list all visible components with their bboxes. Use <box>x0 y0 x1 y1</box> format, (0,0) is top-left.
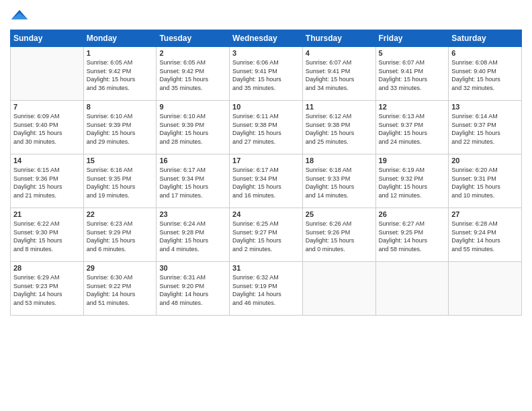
calendar-day-cell: 7Sunrise: 6:09 AM Sunset: 9:40 PM Daylig… <box>11 101 84 154</box>
day-number: 22 <box>87 210 154 218</box>
day-number: 16 <box>159 156 226 165</box>
calendar-header-cell: Sunday <box>11 30 84 47</box>
day-number: 3 <box>232 49 300 57</box>
day-number: 20 <box>451 156 519 165</box>
calendar-header-cell: Thursday <box>302 30 375 47</box>
calendar-day-cell: 10Sunrise: 6:11 AM Sunset: 9:38 PM Dayli… <box>230 101 303 154</box>
day-info: Sunrise: 6:10 AM Sunset: 9:39 PM Dayligh… <box>87 112 154 146</box>
day-info: Sunrise: 6:05 AM Sunset: 9:42 PM Dayligh… <box>159 58 226 92</box>
day-info: Sunrise: 6:28 AM Sunset: 9:24 PM Dayligh… <box>451 220 519 253</box>
calendar-day-cell <box>302 262 375 316</box>
calendar-day-cell <box>375 262 449 316</box>
day-info: Sunrise: 6:17 AM Sunset: 9:34 PM Dayligh… <box>159 166 226 199</box>
calendar-day-cell: 3Sunrise: 6:06 AM Sunset: 9:41 PM Daylig… <box>230 47 303 101</box>
calendar-day-cell: 17Sunrise: 6:17 AM Sunset: 9:34 PM Dayli… <box>230 154 303 208</box>
day-info: Sunrise: 6:23 AM Sunset: 9:29 PM Dayligh… <box>87 220 154 253</box>
day-number: 26 <box>379 210 446 218</box>
day-info: Sunrise: 6:25 AM Sunset: 9:27 PM Dayligh… <box>232 220 300 253</box>
day-number: 12 <box>379 103 446 111</box>
day-number: 27 <box>451 210 519 218</box>
day-number: 5 <box>379 49 446 57</box>
day-info: Sunrise: 6:26 AM Sunset: 9:26 PM Dayligh… <box>306 220 373 253</box>
calendar-header-cell: Tuesday <box>157 30 230 47</box>
day-number: 23 <box>159 210 226 218</box>
calendar-day-cell: 13Sunrise: 6:14 AM Sunset: 9:37 PM Dayli… <box>449 101 522 154</box>
day-number: 21 <box>13 210 81 218</box>
day-number: 28 <box>13 264 81 272</box>
calendar-day-cell: 16Sunrise: 6:17 AM Sunset: 9:34 PM Dayli… <box>157 154 230 208</box>
day-number: 8 <box>87 103 154 111</box>
calendar-day-cell <box>449 262 522 316</box>
day-info: Sunrise: 6:27 AM Sunset: 9:25 PM Dayligh… <box>379 220 446 253</box>
day-info: Sunrise: 6:24 AM Sunset: 9:28 PM Dayligh… <box>159 220 226 253</box>
day-info: Sunrise: 6:13 AM Sunset: 9:37 PM Dayligh… <box>379 112 446 146</box>
calendar-day-cell: 18Sunrise: 6:18 AM Sunset: 9:33 PM Dayli… <box>302 154 375 208</box>
logo-icon <box>10 7 29 26</box>
day-number: 17 <box>232 156 300 165</box>
calendar-week-row: 1Sunrise: 6:05 AM Sunset: 9:42 PM Daylig… <box>11 47 522 101</box>
calendar-day-cell: 19Sunrise: 6:19 AM Sunset: 9:32 PM Dayli… <box>375 154 449 208</box>
day-info: Sunrise: 6:08 AM Sunset: 9:40 PM Dayligh… <box>451 58 519 92</box>
calendar-header-cell: Wednesday <box>230 30 303 47</box>
calendar-day-cell: 9Sunrise: 6:10 AM Sunset: 9:39 PM Daylig… <box>157 101 230 154</box>
day-info: Sunrise: 6:05 AM Sunset: 9:42 PM Dayligh… <box>87 58 154 92</box>
day-number: 9 <box>159 103 226 111</box>
day-info: Sunrise: 6:07 AM Sunset: 9:41 PM Dayligh… <box>306 58 373 92</box>
day-number: 4 <box>306 49 373 57</box>
day-number: 19 <box>379 156 446 165</box>
calendar-day-cell: 26Sunrise: 6:27 AM Sunset: 9:25 PM Dayli… <box>375 208 449 262</box>
day-info: Sunrise: 6:31 AM Sunset: 9:20 PM Dayligh… <box>159 273 226 307</box>
calendar-day-cell: 15Sunrise: 6:16 AM Sunset: 9:35 PM Dayli… <box>83 154 157 208</box>
day-info: Sunrise: 6:29 AM Sunset: 9:23 PM Dayligh… <box>13 273 81 307</box>
calendar-header-row: SundayMondayTuesdayWednesdayThursdayFrid… <box>11 30 522 47</box>
calendar-day-cell: 8Sunrise: 6:10 AM Sunset: 9:39 PM Daylig… <box>83 101 157 154</box>
calendar-day-cell: 22Sunrise: 6:23 AM Sunset: 9:29 PM Dayli… <box>83 208 157 262</box>
day-info: Sunrise: 6:12 AM Sunset: 9:38 PM Dayligh… <box>306 112 373 146</box>
calendar-week-row: 28Sunrise: 6:29 AM Sunset: 9:23 PM Dayli… <box>11 262 522 316</box>
calendar-day-cell: 21Sunrise: 6:22 AM Sunset: 9:30 PM Dayli… <box>11 208 84 262</box>
calendar-header-cell: Friday <box>375 30 449 47</box>
calendar-header-cell: Monday <box>83 30 157 47</box>
day-number: 30 <box>159 264 226 272</box>
day-number: 1 <box>87 49 154 57</box>
day-number: 25 <box>306 210 373 218</box>
day-number: 7 <box>13 103 81 111</box>
calendar-day-cell: 27Sunrise: 6:28 AM Sunset: 9:24 PM Dayli… <box>449 208 522 262</box>
calendar-day-cell: 12Sunrise: 6:13 AM Sunset: 9:37 PM Dayli… <box>375 101 449 154</box>
day-info: Sunrise: 6:16 AM Sunset: 9:35 PM Dayligh… <box>87 166 154 199</box>
calendar-day-cell: 28Sunrise: 6:29 AM Sunset: 9:23 PM Dayli… <box>11 262 84 316</box>
calendar-table: SundayMondayTuesdayWednesdayThursdayFrid… <box>10 30 522 316</box>
day-number: 15 <box>87 156 154 165</box>
day-number: 2 <box>159 49 226 57</box>
calendar-week-row: 7Sunrise: 6:09 AM Sunset: 9:40 PM Daylig… <box>11 101 522 154</box>
calendar-day-cell: 25Sunrise: 6:26 AM Sunset: 9:26 PM Dayli… <box>302 208 375 262</box>
day-number: 29 <box>87 264 154 272</box>
day-info: Sunrise: 6:14 AM Sunset: 9:37 PM Dayligh… <box>451 112 519 146</box>
day-info: Sunrise: 6:32 AM Sunset: 9:19 PM Dayligh… <box>232 273 300 307</box>
day-info: Sunrise: 6:22 AM Sunset: 9:30 PM Dayligh… <box>13 220 81 253</box>
day-info: Sunrise: 6:17 AM Sunset: 9:34 PM Dayligh… <box>232 166 300 199</box>
calendar-day-cell: 5Sunrise: 6:07 AM Sunset: 9:41 PM Daylig… <box>375 47 449 101</box>
calendar-day-cell: 30Sunrise: 6:31 AM Sunset: 9:20 PM Dayli… <box>157 262 230 316</box>
page-container: SundayMondayTuesdayWednesdayThursdayFrid… <box>0 0 532 322</box>
calendar-day-cell: 14Sunrise: 6:15 AM Sunset: 9:36 PM Dayli… <box>11 154 84 208</box>
calendar-day-cell <box>11 47 84 101</box>
day-number: 6 <box>451 49 519 57</box>
day-info: Sunrise: 6:11 AM Sunset: 9:38 PM Dayligh… <box>232 112 300 146</box>
calendar-day-cell: 20Sunrise: 6:20 AM Sunset: 9:31 PM Dayli… <box>449 154 522 208</box>
calendar-day-cell: 23Sunrise: 6:24 AM Sunset: 9:28 PM Dayli… <box>157 208 230 262</box>
calendar-day-cell: 4Sunrise: 6:07 AM Sunset: 9:41 PM Daylig… <box>302 47 375 101</box>
day-info: Sunrise: 6:19 AM Sunset: 9:32 PM Dayligh… <box>379 166 446 199</box>
calendar-day-cell: 2Sunrise: 6:05 AM Sunset: 9:42 PM Daylig… <box>157 47 230 101</box>
day-info: Sunrise: 6:30 AM Sunset: 9:22 PM Dayligh… <box>87 273 154 307</box>
day-info: Sunrise: 6:09 AM Sunset: 9:40 PM Dayligh… <box>13 112 81 146</box>
day-number: 14 <box>13 156 81 165</box>
calendar-day-cell: 11Sunrise: 6:12 AM Sunset: 9:38 PM Dayli… <box>302 101 375 154</box>
day-info: Sunrise: 6:15 AM Sunset: 9:36 PM Dayligh… <box>13 166 81 199</box>
day-number: 18 <box>306 156 373 165</box>
day-number: 13 <box>451 103 519 111</box>
day-number: 10 <box>232 103 300 111</box>
logo <box>10 7 32 26</box>
day-info: Sunrise: 6:07 AM Sunset: 9:41 PM Dayligh… <box>379 58 446 92</box>
calendar-day-cell: 29Sunrise: 6:30 AM Sunset: 9:22 PM Dayli… <box>83 262 157 316</box>
